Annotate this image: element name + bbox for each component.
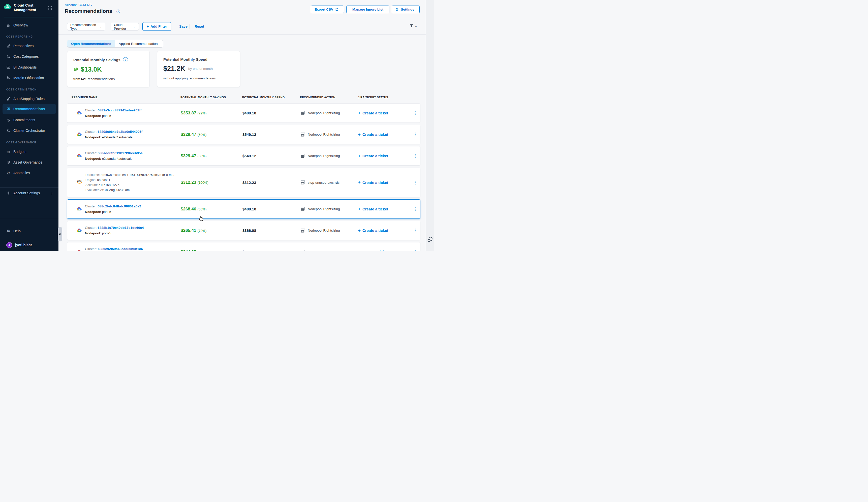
nodepool-value: pool-5 [102, 231, 111, 235]
manage-ignore-list-button[interactable]: Manage Ignore List [346, 6, 389, 13]
account-value: 511616801275 [99, 183, 120, 187]
table-row-selected[interactable]: Cluster: 688c2fefc84fbdc99801a0a2 Nodepo… [67, 199, 420, 219]
table-row[interactable]: Cluster: 6886e92f59a48cad86b5b1c6 $244.0… [67, 242, 420, 251]
sidebar-item-bi-dashboards[interactable]: BI Dashboards [6, 63, 56, 72]
sidebar-item-asset-governance[interactable]: $ Asset Governance [6, 158, 56, 167]
sidebar-item-recommendations[interactable]: Recommendations [6, 104, 56, 113]
cloud-cost-management-app: $ Cloud Cost Management Overview COST RE… [0, 0, 434, 251]
table-row[interactable]: Cluster: 6888b1c70e49db17c1de60c4 Nodepo… [67, 221, 420, 240]
gcp-icon [76, 207, 82, 211]
sidebar-item-perspectives[interactable]: Perspectives [6, 41, 56, 50]
sidebar-item-cluster-orchestrator[interactable]: Cluster Orchestrator [6, 126, 56, 135]
gcp-icon [76, 111, 82, 115]
user-menu[interactable]: J jyoti.bisht [6, 240, 56, 250]
svg-text:?: ? [8, 230, 9, 232]
sidebar-section-cost-reporting: COST REPORTING [6, 35, 33, 38]
sidebar-section-cost-governance: COST GOVERNANCE [6, 141, 36, 144]
spend-cell: $312.23 [242, 180, 300, 185]
create-ticket-button[interactable]: +Create a ticket [358, 154, 410, 158]
settings-button[interactable]: ⚙ Settings [392, 6, 420, 13]
autostopping-icon [6, 97, 10, 101]
row-menu-button[interactable]: ⋮ [410, 153, 421, 158]
cluster-link[interactable]: 6881a3ccc887941a4ee202ff [97, 108, 141, 112]
gear-icon [6, 191, 10, 195]
sidebar-item-anomalies[interactable]: ! Anomalies [6, 168, 56, 177]
nodepool-value: pool-5 [102, 210, 111, 214]
sidebar-item-autostopping-rules[interactable]: AutoStopping Rules [6, 94, 56, 103]
recommendations-tabs: Open Recommendations Applied Recommendat… [67, 40, 163, 48]
app-switcher-icon[interactable] [48, 6, 52, 10]
evaluated-at-value: 04 Aug, 06:33 am [105, 188, 130, 192]
support-chat-icon[interactable] [427, 237, 434, 244]
sidebar-section-cost-optimization: COST OPTIMIZATION [6, 88, 37, 91]
sidebar-item-label: Cluster Orchestrator [13, 128, 45, 133]
row-menu-button[interactable]: ⋮ [410, 111, 421, 116]
sidebar-item-margin-obfuscation[interactable]: Margin Obfuscation [6, 73, 56, 82]
plus-icon: + [358, 180, 361, 185]
savings-card-title: Potential Monthly Savings [73, 58, 121, 62]
col-header-resource-name: RESOURCE NAME [72, 96, 97, 99]
percent-icon [6, 76, 10, 80]
sidebar-item-help[interactable]: ? Help [6, 227, 56, 236]
cloud-provider-select[interactable]: Cloud Provider ⌄ [111, 23, 139, 31]
breadcrumb-account-link[interactable]: Account: CCM-NG [65, 3, 92, 7]
sidebar-collapse-handle[interactable] [58, 227, 62, 241]
export-csv-button[interactable]: Export CSV [311, 6, 344, 13]
row-menu-button[interactable]: ⋮ [410, 132, 421, 137]
row-menu-button[interactable]: ⋮ [410, 206, 421, 212]
row-menu-button[interactable]: ⋮ [410, 180, 421, 185]
add-filter-button[interactable]: + Add Filter [142, 22, 172, 31]
sidebar-item-commitments[interactable]: Commitments [6, 115, 56, 125]
money-icon: $ [73, 67, 79, 72]
recommendation-type-select[interactable]: Recommendation Type ⌄ [67, 23, 105, 31]
table-row[interactable]: Cluster: 68898c064e3e2ba0e544005f Nodepo… [67, 125, 420, 144]
create-ticket-button[interactable]: +Create a ticket [358, 228, 410, 233]
sidebar-item-account-settings[interactable]: Account Settings › [6, 188, 56, 198]
info-icon[interactable]: ⓘ [116, 9, 120, 14]
aws-icon: aws [76, 179, 82, 186]
cluster-link[interactable]: 6888b1c70e49db17c1de60c4 [97, 226, 144, 230]
sidebar-divider [0, 218, 59, 218]
cluster-link[interactable]: 688add6fb019b17f9bccb95a [97, 151, 143, 155]
recommendations-table: Cluster: 6881a3ccc887941a4ee202ff Nodepo… [67, 103, 420, 251]
save-filter-link[interactable]: Save [179, 24, 187, 29]
table-row[interactable]: Cluster: 6881a3ccc887941a4ee202ff Nodepo… [67, 103, 420, 123]
cluster-link[interactable]: 688c2fefc84fbdc99801a0a2 [97, 205, 141, 208]
sidebar-item-label: Cost Categories [13, 54, 39, 59]
cluster-link[interactable]: 6886e92f59a48cad86b5b1c6 [97, 247, 143, 251]
create-ticket-button[interactable]: +Create a ticket [358, 111, 410, 116]
manage-ignore-list-label: Manage Ignore List [352, 8, 383, 11]
settings-label: Settings [401, 8, 414, 11]
filter-panel-toggle[interactable]: ⌄ [409, 24, 417, 28]
savings-cell: $329.47(60%) [181, 132, 242, 137]
recommendation-count: 621 [81, 77, 87, 81]
question-icon[interactable]: ? [123, 57, 128, 62]
create-ticket-button[interactable]: +Create a ticket [358, 250, 410, 251]
sidebar-item-overview[interactable]: Overview [6, 21, 56, 30]
plus-icon: + [358, 207, 361, 212]
sidebar-item-budgets[interactable]: $ Budgets [6, 147, 56, 156]
table-row[interactable]: Cluster: 688add6fb019b17f9bccb95a Nodepo… [67, 146, 420, 166]
spend-subtext: without applying recommendations [163, 76, 234, 80]
sidebar-item-label: AutoStopping Rules [13, 97, 45, 101]
gcp-icon [76, 154, 82, 158]
sidebar-item-label: Asset Governance [13, 160, 42, 164]
tab-applied-recommendations[interactable]: Applied Recommendations [115, 40, 163, 48]
recommendations-icon [6, 107, 10, 111]
cluster-link[interactable]: 68898c064e3e2ba0e544005f [97, 130, 142, 134]
rightsizing-icon [300, 180, 305, 185]
sidebar-item-label: Commitments [13, 118, 35, 122]
sidebar-item-label: Anomalies [13, 171, 30, 175]
reset-filter-link[interactable]: Reset [195, 24, 204, 29]
tab-open-recommendations[interactable]: Open Recommendations [67, 40, 115, 48]
create-ticket-button[interactable]: +Create a ticket [358, 207, 410, 212]
nodepool-label: Nodepool: [85, 114, 101, 118]
create-ticket-button[interactable]: +Create a ticket [358, 180, 410, 185]
row-menu-button[interactable]: ⋮ [410, 249, 421, 251]
sidebar-item-cost-categories[interactable]: Cost Categories [6, 52, 56, 61]
nodepool-label: Nodepool: [85, 157, 101, 160]
rightsizing-icon [300, 250, 305, 251]
row-menu-button[interactable]: ⋮ [410, 228, 421, 233]
create-ticket-button[interactable]: +Create a ticket [358, 132, 410, 137]
table-row[interactable]: aws Resource: arn:aws:rds:us-east-1:5116… [67, 168, 420, 197]
